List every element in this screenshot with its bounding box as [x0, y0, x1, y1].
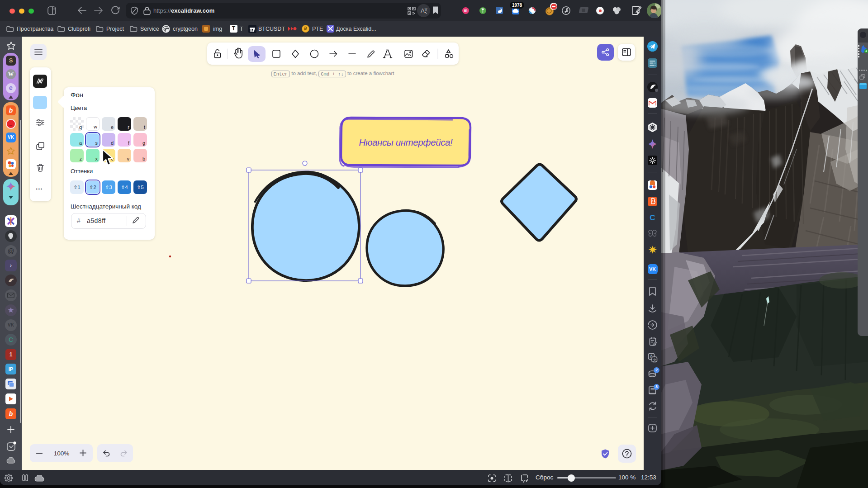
svg-text:文: 文 [653, 358, 657, 362]
svg-text:Нюансы интерфейса!: Нюансы интерфейса! [359, 137, 453, 147]
svg-text:文: 文 [424, 8, 428, 12]
